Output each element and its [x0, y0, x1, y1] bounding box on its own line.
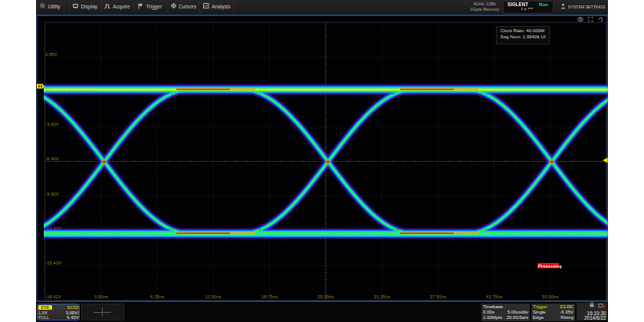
svg-text:37.50ns: 37.50ns	[430, 294, 446, 299]
svg-text:50.00ns: 50.00ns	[542, 294, 558, 299]
svg-text:-18.42V: -18.42V	[45, 294, 61, 299]
svg-text:31.25ns: 31.25ns	[373, 294, 389, 299]
svg-text:12.50ns: 12.50ns	[205, 294, 222, 299]
svg-text:25.00ns: 25.00ns	[317, 294, 334, 299]
svg-text:-3.42V: -3.42V	[45, 122, 59, 127]
svg-text:-15.42V: -15.42V	[45, 261, 61, 265]
svg-text:0.00ns: 0.00ns	[94, 294, 108, 299]
svg-text:6.25ns: 6.25ns	[150, 294, 164, 299]
svg-text:43.75ns: 43.75ns	[486, 294, 502, 299]
svg-text:-9.42V: -9.42V	[45, 192, 59, 196]
svg-text:18.75ns: 18.75ns	[261, 294, 278, 299]
svg-text:2.58V: 2.58V	[45, 52, 58, 57]
svg-text:-6.42V: -6.42V	[45, 156, 59, 161]
